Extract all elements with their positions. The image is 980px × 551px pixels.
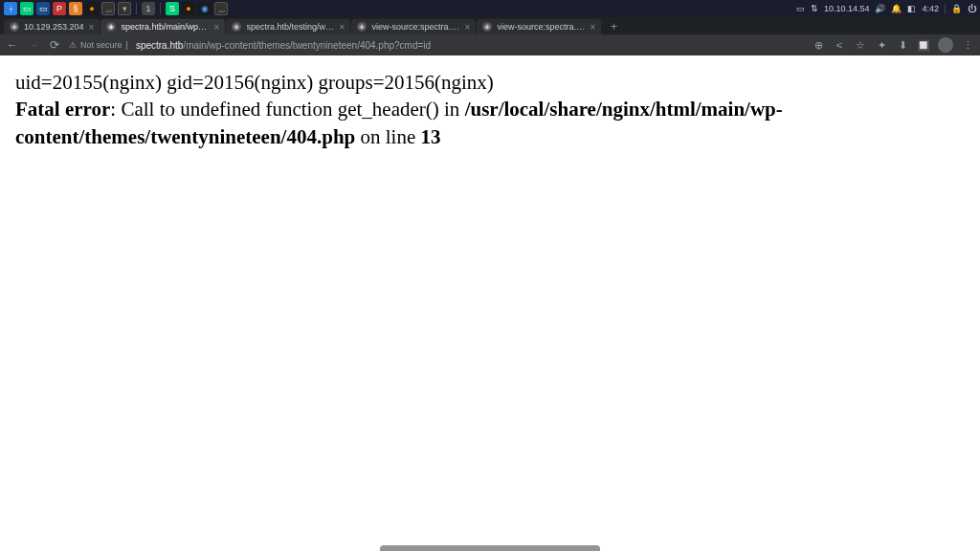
terminal-icon[interactable]: ⎵: [214, 2, 228, 15]
sublime-icon[interactable]: S: [166, 2, 179, 15]
tab-favicon-icon: ◉: [357, 22, 367, 32]
tray-icon[interactable]: ◧: [907, 4, 916, 13]
browser-tab[interactable]: ◉ view-source:spectra.htb/i ×: [351, 19, 476, 34]
clock: 4:42: [922, 4, 939, 13]
tab-title: 10.129.253.204: [24, 22, 84, 32]
workspace-icon[interactable]: 1: [142, 2, 155, 15]
menu-icon[interactable]: ⋮: [961, 38, 974, 52]
error-text: : Call to undefined function get_header(…: [110, 98, 464, 121]
divider: |: [126, 40, 128, 50]
browser-tab[interactable]: ◉ spectra.htb/main/wp-co ×: [100, 19, 225, 34]
firefox-icon[interactable]: ●: [182, 2, 195, 15]
url-domain: spectra.htb: [136, 40, 183, 51]
terminal-icon[interactable]: ⎵: [101, 2, 115, 15]
close-icon[interactable]: ×: [214, 22, 220, 33]
security-text: Not secure: [80, 40, 122, 50]
divider: [160, 3, 161, 14]
error-label: Fatal error: [15, 98, 110, 121]
reload-button[interactable]: ⟳: [48, 38, 61, 52]
search-icon[interactable]: ⊕: [812, 38, 825, 52]
browser-tab[interactable]: ◉ spectra.htb/testing/wp-c ×: [226, 19, 350, 34]
back-button[interactable]: ←: [6, 38, 19, 52]
divider: [136, 3, 137, 14]
url-input[interactable]: spectra.htb/main/wp-content/themes/twent…: [136, 40, 804, 51]
app-icon[interactable]: ▭: [36, 2, 50, 15]
account-icon[interactable]: 🔲: [917, 38, 930, 52]
profile-avatar[interactable]: [938, 37, 953, 53]
firefox-icon[interactable]: ●: [85, 2, 99, 15]
browser-tab[interactable]: ◉ 10.129.253.204 ×: [4, 19, 100, 34]
tray-icon[interactable]: ▭: [796, 4, 805, 13]
error-line-number: 13: [421, 125, 441, 148]
php-error: Fatal error: Call to undefined function …: [15, 96, 965, 150]
url-path: /main/wp-content/themes/twentynineteen/4…: [183, 40, 431, 51]
ip-label: 10.10.14.54: [824, 4, 870, 13]
share-icon[interactable]: <: [833, 38, 846, 52]
update-icon[interactable]: ⬇: [896, 38, 909, 52]
volume-icon[interactable]: 🔊: [875, 4, 885, 13]
power-icon[interactable]: ⏻: [968, 4, 976, 13]
app-icon[interactable]: §: [69, 2, 82, 15]
tab-favicon-icon: ◉: [106, 22, 116, 32]
browser-tab[interactable]: ◉ view-source:spectra.htb/i ×: [477, 19, 601, 34]
tab-title: spectra.htb/main/wp-co: [121, 22, 209, 32]
page-body: uid=20155(nginx) gid=20156(nginx) groups…: [0, 55, 980, 164]
tab-title: spectra.htb/testing/wp-c: [246, 22, 334, 32]
os-taskbar: ⟊ ▭ ▭ P § ● ⎵ ▾ 1 S ● ◉ ⎵ ▭ ⇅ 10.10.14.5…: [0, 0, 980, 17]
security-indicator[interactable]: ⚠ Not secure |: [69, 40, 128, 50]
chrome-icon[interactable]: ◉: [198, 2, 212, 15]
app-menu-icon[interactable]: ⟊: [4, 2, 17, 15]
new-tab-button[interactable]: +: [606, 19, 621, 34]
command-output: uid=20155(nginx) gid=20156(nginx) groups…: [15, 69, 965, 96]
app-icon[interactable]: P: [53, 2, 66, 15]
browser-tab-bar: ◉ 10.129.253.204 × ◉ spectra.htb/main/wp…: [0, 17, 980, 34]
extensions-icon[interactable]: ✦: [875, 38, 888, 52]
close-icon[interactable]: ×: [590, 22, 596, 33]
close-icon[interactable]: ×: [465, 22, 471, 33]
tab-title: view-source:spectra.htb/i: [497, 22, 585, 32]
tab-favicon-icon: ◉: [232, 22, 241, 32]
tab-title: view-source:spectra.htb/i: [371, 22, 459, 32]
os-taskbar-right: ▭ ⇅ 10.10.14.54 🔊 🔔 ◧ 4:42 🔒 ⏻: [796, 4, 976, 13]
warning-icon: ⚠: [69, 40, 77, 50]
app-icon[interactable]: ▭: [20, 2, 33, 15]
lock-icon[interactable]: 🔒: [951, 4, 962, 13]
bell-icon[interactable]: 🔔: [891, 4, 902, 13]
address-bar: ← → ⟳ ⚠ Not secure | spectra.htb/main/wp…: [0, 34, 980, 55]
close-icon[interactable]: ×: [89, 22, 95, 33]
network-icon[interactable]: ⇅: [811, 4, 818, 13]
forward-button[interactable]: →: [27, 38, 40, 52]
dock-hint[interactable]: [380, 545, 600, 551]
close-icon[interactable]: ×: [340, 22, 345, 33]
app-icon[interactable]: ▾: [118, 2, 131, 15]
error-text: on line: [355, 125, 420, 148]
tab-favicon-icon: ◉: [482, 22, 492, 32]
divider: [945, 4, 946, 13]
os-taskbar-left: ⟊ ▭ ▭ P § ● ⎵ ▾ 1 S ● ◉ ⎵: [4, 2, 796, 15]
toolbar-right: ⊕ < ☆ ✦ ⬇ 🔲 ⋮: [812, 37, 974, 53]
tab-favicon-icon: ◉: [10, 22, 19, 32]
bookmark-icon[interactable]: ☆: [854, 38, 867, 52]
